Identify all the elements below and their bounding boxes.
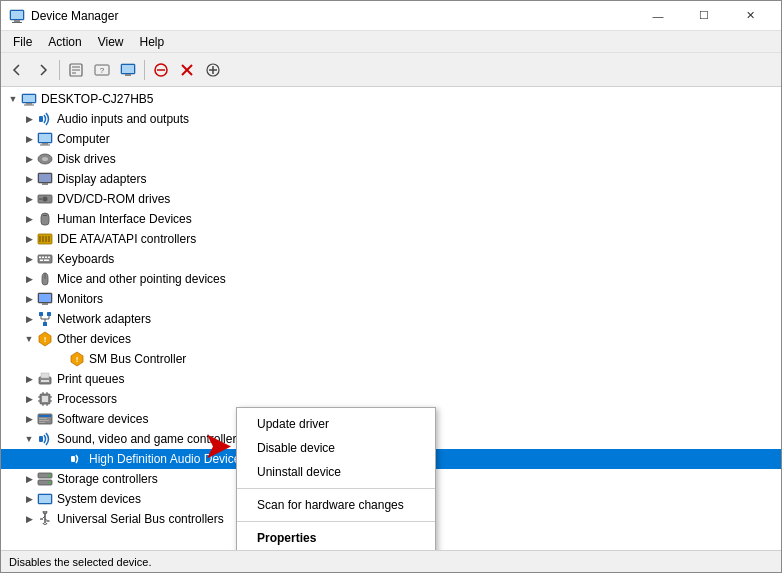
context-uninstall-device[interactable]: Uninstall device bbox=[237, 460, 435, 484]
print-expander[interactable]: ▶ bbox=[21, 371, 37, 387]
properties-button[interactable] bbox=[64, 58, 88, 82]
system-label: System devices bbox=[57, 492, 141, 506]
root-expander[interactable]: ▼ bbox=[5, 91, 21, 107]
tree-item-smbus[interactable]: ! SM Bus Controller bbox=[1, 349, 781, 369]
svg-point-30 bbox=[42, 157, 48, 161]
sound-icon bbox=[37, 431, 53, 447]
tree-item-display[interactable]: ▶ Display adapters bbox=[1, 169, 781, 189]
svg-rect-45 bbox=[42, 257, 44, 259]
display-expander[interactable]: ▶ bbox=[21, 171, 37, 187]
context-scan-hardware[interactable]: Scan for hardware changes bbox=[237, 493, 435, 517]
tree-item-processors[interactable]: ▶ Processors bbox=[1, 389, 781, 409]
monitors-expander[interactable]: ▶ bbox=[21, 291, 37, 307]
root-label: DESKTOP-CJ27HB5 bbox=[41, 92, 153, 106]
hid-label: Human Interface Devices bbox=[57, 212, 192, 226]
device-manager-window: Device Manager — ☐ ✕ File Action View He… bbox=[0, 0, 782, 573]
uninstall-device-label: Uninstall device bbox=[257, 465, 341, 479]
computer-expander[interactable]: ▶ bbox=[21, 131, 37, 147]
hid-icon bbox=[37, 211, 53, 227]
svg-marker-95 bbox=[207, 435, 231, 459]
software-icon bbox=[37, 411, 53, 427]
svg-rect-79 bbox=[39, 420, 49, 421]
disk-expander[interactable]: ▶ bbox=[21, 151, 37, 167]
uninstall-button[interactable] bbox=[175, 58, 199, 82]
menu-view[interactable]: View bbox=[90, 33, 132, 51]
svg-rect-40 bbox=[42, 236, 44, 242]
tree-item-dvd[interactable]: ▶ DVD/CD-ROM drives bbox=[1, 189, 781, 209]
menu-help[interactable]: Help bbox=[132, 33, 173, 51]
tree-item-keyboards[interactable]: ▶ Keyboards bbox=[1, 249, 781, 269]
menu-file[interactable]: File bbox=[5, 33, 40, 51]
tree-item-other[interactable]: ▼ ! Other devices bbox=[1, 329, 781, 349]
storage-expander[interactable]: ▶ bbox=[21, 471, 37, 487]
window-title: Device Manager bbox=[31, 9, 635, 23]
display-label: Display adapters bbox=[57, 172, 146, 186]
audio-expander[interactable]: ▶ bbox=[21, 111, 37, 127]
tree-root[interactable]: ▼ DESKTOP-CJ27HB5 bbox=[1, 89, 781, 109]
main-area: ▼ DESKTOP-CJ27HB5 ▶ bbox=[1, 87, 781, 550]
close-button[interactable]: ✕ bbox=[727, 1, 773, 31]
ide-label: IDE ATA/ATAPI controllers bbox=[57, 232, 196, 246]
disk-icon bbox=[37, 151, 53, 167]
usb-expander[interactable]: ▶ bbox=[21, 511, 37, 527]
keyboards-expander[interactable]: ▶ bbox=[21, 251, 37, 267]
menu-action[interactable]: Action bbox=[40, 33, 89, 51]
usb-icon bbox=[37, 511, 53, 527]
context-properties[interactable]: Properties bbox=[237, 526, 435, 550]
tree-item-hid[interactable]: ▶ Human Interface Devices bbox=[1, 209, 781, 229]
back-button[interactable] bbox=[5, 58, 29, 82]
sound-expander[interactable]: ▼ bbox=[21, 431, 37, 447]
svg-rect-46 bbox=[45, 257, 47, 259]
hid-expander[interactable]: ▶ bbox=[21, 211, 37, 227]
context-update-driver[interactable]: Update driver bbox=[237, 412, 435, 436]
svg-rect-47 bbox=[48, 257, 50, 259]
add-hardware-button[interactable] bbox=[201, 58, 225, 82]
update-driver-button[interactable]: ? bbox=[90, 58, 114, 82]
tree-item-monitors[interactable]: ▶ Monitors bbox=[1, 289, 781, 309]
tree-item-network[interactable]: ▶ Network adapters bbox=[1, 309, 781, 329]
system-expander[interactable]: ▶ bbox=[21, 491, 37, 507]
context-disable-device[interactable]: Disable device bbox=[237, 436, 435, 460]
ide-expander[interactable]: ▶ bbox=[21, 231, 37, 247]
arrow-icon bbox=[189, 435, 231, 462]
dvd-label: DVD/CD-ROM drives bbox=[57, 192, 170, 206]
mice-expander[interactable]: ▶ bbox=[21, 271, 37, 287]
svg-rect-11 bbox=[122, 65, 134, 73]
svg-rect-2 bbox=[12, 22, 22, 23]
svg-rect-56 bbox=[43, 322, 47, 326]
tree-item-audio[interactable]: ▶ Audio inputs and outputs bbox=[1, 109, 781, 129]
toolbar-sep-2 bbox=[144, 60, 145, 80]
other-expander[interactable]: ▼ bbox=[21, 331, 37, 347]
network-expander[interactable]: ▶ bbox=[21, 311, 37, 327]
disable-button[interactable] bbox=[149, 58, 173, 82]
svg-rect-39 bbox=[39, 236, 41, 242]
network-icon bbox=[37, 311, 53, 327]
svg-rect-82 bbox=[71, 456, 75, 462]
window-controls: — ☐ ✕ bbox=[635, 1, 773, 31]
tree-item-print[interactable]: ▶ Print queues bbox=[1, 369, 781, 389]
svg-rect-52 bbox=[39, 294, 51, 302]
tree-item-ide[interactable]: ▶ IDE ATA/ATAPI controllers bbox=[1, 229, 781, 249]
maximize-button[interactable]: ☐ bbox=[681, 1, 727, 31]
tree-item-disk[interactable]: ▶ Disk drives bbox=[1, 149, 781, 169]
svg-text:!: ! bbox=[44, 335, 47, 344]
context-sep-2 bbox=[237, 521, 435, 522]
storage-icon bbox=[37, 471, 53, 487]
minimize-button[interactable]: — bbox=[635, 1, 681, 31]
forward-button[interactable] bbox=[31, 58, 55, 82]
scan-button[interactable] bbox=[116, 58, 140, 82]
properties-label: Properties bbox=[257, 531, 316, 545]
dvd-expander[interactable]: ▶ bbox=[21, 191, 37, 207]
svg-rect-41 bbox=[45, 236, 47, 242]
audio-label: Audio inputs and outputs bbox=[57, 112, 189, 126]
status-text: Disables the selected device. bbox=[9, 556, 151, 568]
menu-bar: File Action View Help bbox=[1, 31, 781, 53]
svg-rect-78 bbox=[39, 418, 47, 419]
tree-item-mice[interactable]: ▶ Mice and other pointing devices bbox=[1, 269, 781, 289]
processors-expander[interactable]: ▶ bbox=[21, 391, 37, 407]
svg-rect-48 bbox=[40, 260, 43, 262]
tree-item-computer[interactable]: ▶ Computer bbox=[1, 129, 781, 149]
context-menu: Update driver Disable device Uninstall d… bbox=[236, 407, 436, 550]
software-expander[interactable]: ▶ bbox=[21, 411, 37, 427]
svg-rect-43 bbox=[38, 255, 52, 263]
